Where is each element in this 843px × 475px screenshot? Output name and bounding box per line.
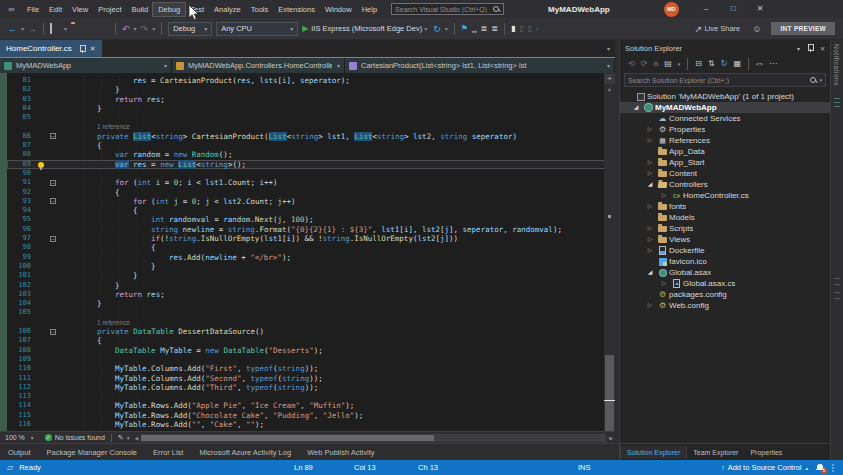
codelens-row[interactable]: 1 reference — [7, 122, 615, 131]
sync-with-active-document-icon[interactable]: ⇅ — [708, 59, 715, 69]
fold-margin[interactable] — [49, 346, 61, 355]
expand-arrow-icon[interactable]: ▷ — [644, 245, 656, 256]
line-number[interactable]: 90 — [7, 169, 35, 178]
code-line-98[interactable]: 98{ — [7, 243, 615, 252]
collapse-arrow-icon[interactable]: ◢ — [630, 102, 642, 113]
menu-file[interactable]: File — [22, 3, 44, 16]
menu-build[interactable]: Build — [127, 3, 154, 16]
line-number[interactable]: 103 — [7, 290, 35, 299]
line-number[interactable]: 105 — [7, 308, 35, 317]
glyph-margin[interactable] — [35, 243, 49, 252]
fold-margin[interactable] — [49, 401, 61, 410]
line-number[interactable]: 111 — [7, 374, 35, 383]
glyph-margin[interactable] — [35, 76, 49, 85]
glyph-margin[interactable] — [35, 253, 49, 262]
avatar[interactable]: MD — [664, 2, 679, 17]
solution-explorer-search-input[interactable]: Search Solution Explorer (Ctrl+;) ▾ — [624, 73, 826, 87]
collapse-region-icon[interactable]: – — [50, 198, 56, 204]
line-number[interactable]: 113 — [7, 392, 35, 401]
fold-margin[interactable] — [49, 281, 61, 290]
pin-icon[interactable] — [807, 44, 813, 53]
expand-arrow-icon[interactable]: ▷ — [644, 300, 656, 311]
fold-margin[interactable] — [49, 420, 61, 429]
tree-item-app-data[interactable]: App_Data — [620, 146, 830, 157]
panel-tab-package-manager-console[interactable]: Package Manager Console — [47, 448, 137, 457]
fold-margin[interactable] — [49, 355, 61, 364]
code-line-93[interactable]: 93–for (int j = 0; j < lst2.Count; j++) — [7, 197, 615, 206]
fold-margin[interactable] — [49, 243, 61, 252]
code-line-94[interactable]: 94{ — [7, 206, 615, 215]
fold-margin[interactable] — [49, 374, 61, 383]
scroll-up-icon[interactable]: ▲ — [604, 86, 615, 92]
code-line-104[interactable]: 104} — [7, 299, 615, 308]
fold-margin[interactable] — [49, 206, 61, 215]
tab-list-dropdown-icon[interactable]: ▾ — [607, 45, 610, 52]
glyph-margin[interactable] — [35, 104, 49, 113]
indent-decrease-icon[interactable]: ≣ — [481, 24, 488, 34]
tree-item-controllers[interactable]: ◢Controllers — [620, 179, 830, 190]
fold-margin[interactable] — [49, 392, 61, 401]
fold-margin[interactable] — [49, 141, 61, 150]
menu-analyze[interactable]: Analyze — [209, 3, 246, 16]
character-indicator[interactable]: Ch 13 — [418, 460, 438, 475]
code-line-87[interactable]: 87{ — [7, 141, 615, 150]
save-icon[interactable] — [85, 24, 95, 34]
tree-item-favicon-ico[interactable]: favicon.ico — [620, 256, 830, 267]
chevron-down-icon[interactable]: ▾ — [797, 45, 800, 52]
close-panel-icon[interactable]: ✕ — [820, 45, 825, 52]
fold-margin[interactable] — [49, 271, 61, 280]
expand-arrow-icon[interactable]: ▷ — [644, 223, 656, 234]
scroll-right-icon[interactable]: ▶ — [607, 435, 615, 441]
glyph-margin[interactable] — [35, 318, 49, 327]
back-dropdown-icon[interactable]: ▾ — [21, 24, 24, 34]
code-line-95[interactable]: 95int randomval = random.Next(j, 100); — [7, 215, 615, 224]
feedback-icon[interactable]: ☺ — [752, 24, 761, 34]
glyph-margin[interactable] — [35, 290, 49, 299]
line-number[interactable]: 100 — [7, 262, 35, 271]
fold-margin[interactable] — [49, 104, 61, 113]
glyph-margin[interactable] — [35, 122, 49, 131]
int-preview-button[interactable]: INT PREVIEW — [771, 22, 835, 35]
glyph-margin[interactable] — [35, 113, 49, 122]
line-number[interactable]: 107 — [7, 336, 35, 345]
glyph-margin[interactable] — [35, 401, 49, 410]
glyph-margin[interactable] — [35, 85, 49, 94]
glyph-margin[interactable] — [35, 336, 49, 345]
glyph-margin[interactable] — [35, 95, 49, 104]
line-number[interactable]: 92 — [7, 188, 35, 197]
line-number[interactable]: 115 — [7, 411, 35, 420]
line-number[interactable]: 109 — [7, 355, 35, 364]
menu-tools[interactable]: Tools — [246, 3, 274, 16]
fold-margin[interactable]: – — [49, 234, 61, 243]
fold-margin[interactable] — [49, 215, 61, 224]
toolbar-overflow-icon[interactable]: ⁞ — [536, 24, 538, 34]
line-number[interactable]: 82 — [7, 85, 35, 94]
menu-extensions[interactable]: Extensions — [273, 3, 320, 16]
fold-margin[interactable]: – — [49, 178, 61, 187]
line-number[interactable]: 106 — [7, 327, 35, 336]
tree-item-dockerfile[interactable]: ▷Dockerfile — [620, 245, 830, 256]
fold-margin[interactable] — [49, 290, 61, 299]
expand-arrow-icon[interactable]: ▷ — [644, 157, 656, 168]
refresh-dropdown-icon[interactable]: ▾ — [445, 24, 448, 34]
glyph-margin[interactable] — [35, 374, 49, 383]
view-code-icon[interactable]: <> — [756, 59, 763, 69]
tree-item-models[interactable]: Models — [620, 212, 830, 223]
code-line-111[interactable]: 111MyTable.Columns.Add("Second", typeof(… — [7, 374, 615, 383]
line-number[interactable]: 93 — [7, 197, 35, 206]
tab-solution-explorer[interactable]: Solution Explorer — [620, 446, 687, 459]
line-number[interactable] — [7, 122, 35, 131]
collapse-region-icon[interactable]: – — [50, 180, 56, 186]
code-line-107[interactable]: 107{ — [7, 336, 615, 345]
lightbulb-icon[interactable] — [38, 162, 44, 168]
line-number[interactable]: 96 — [7, 225, 35, 234]
fold-margin[interactable] — [49, 318, 61, 327]
fold-margin[interactable] — [49, 364, 61, 373]
glyph-margin[interactable] — [35, 225, 49, 234]
add-to-source-control-button[interactable]: Add to Source Control — [728, 463, 802, 472]
line-number[interactable]: 108 — [7, 346, 35, 355]
codelens-references[interactable]: 1 reference — [97, 319, 130, 326]
tree-item-fonts[interactable]: ▷fonts — [620, 201, 830, 212]
line-number[interactable]: 110 — [7, 364, 35, 373]
menu-project[interactable]: Project — [93, 3, 126, 16]
